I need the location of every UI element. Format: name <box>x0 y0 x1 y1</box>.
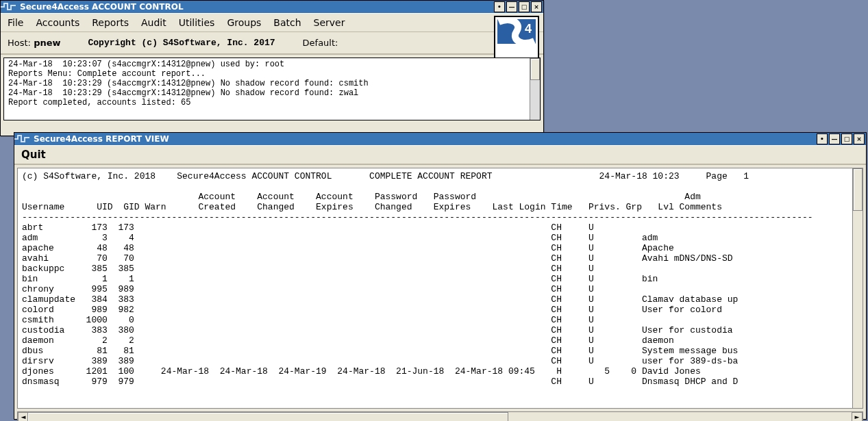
menu-accounts[interactable]: Accounts <box>36 17 79 28</box>
close-window-button[interactable]: × <box>854 133 865 144</box>
titlebar-decor-icon <box>1 1 16 13</box>
dot-window-button[interactable]: • <box>494 1 505 12</box>
hscroll-right-arrow-icon[interactable]: ► <box>852 412 863 421</box>
menu-server[interactable]: Server <box>314 17 345 28</box>
log-content: 24-Mar-18 10:23:07 (s4accmgrX:14312@pnew… <box>8 60 369 107</box>
maximize-window-button[interactable]: □ <box>519 1 530 12</box>
minimize-window-button[interactable]: — <box>829 133 840 144</box>
menu-audit[interactable]: Audit <box>141 17 166 28</box>
log-pane: 24-Mar-18 10:23:07 (s4accmgrX:14312@pnew… <box>3 58 541 120</box>
report-window-title: Secure4Access REPORT VIEW <box>29 134 169 144</box>
report-hscroll-thumb[interactable] <box>27 412 508 421</box>
titlebar-decor-icon <box>14 133 29 145</box>
default-label: Default: <box>303 38 338 48</box>
main-window-title: Secure4Access ACCOUNT CONTROL <box>16 2 184 12</box>
menu-reports[interactable]: Reports <box>92 17 129 28</box>
report-vscroll-thumb[interactable] <box>853 168 863 211</box>
main-window: Secure4Access ACCOUNT CONTROL • — □ × Fi… <box>0 0 544 136</box>
report-hscroll[interactable]: ◄ ► <box>17 411 863 421</box>
main-titlebar[interactable]: Secure4Access ACCOUNT CONTROL • — □ × <box>1 1 543 13</box>
report-titlebar[interactable]: Secure4Access REPORT VIEW • — □ × <box>14 133 866 145</box>
s4-logo-icon: 4 <box>494 16 539 61</box>
copyright: Copyright (c) S4Software, Inc. 2017 <box>88 38 275 48</box>
dot-window-button[interactable]: • <box>817 133 828 144</box>
log-vscroll-thumb[interactable] <box>530 58 540 80</box>
log-vscroll[interactable] <box>530 58 540 120</box>
host-value: pnew <box>34 38 60 48</box>
report-vscroll[interactable] <box>852 168 863 408</box>
menubar: File Accounts Reports Audit Utilities Gr… <box>1 13 543 32</box>
svg-text:4: 4 <box>525 22 532 36</box>
menu-batch[interactable]: Batch <box>273 17 301 28</box>
menu-utilities[interactable]: Utilities <box>179 17 215 28</box>
report-window: Secure4Access REPORT VIEW • — □ × Quit (… <box>14 132 867 420</box>
menu-groups[interactable]: Groups <box>227 17 261 28</box>
host-label: Host: <box>8 38 31 48</box>
quit-button[interactable]: Quit <box>21 149 46 161</box>
maximize-window-button[interactable]: □ <box>841 133 852 144</box>
report-pane: (c) S4Software, Inc. 2018 Secure4Access … <box>17 168 863 409</box>
menu-file[interactable]: File <box>8 17 23 28</box>
minimize-window-button[interactable]: — <box>506 1 517 12</box>
close-window-button[interactable]: × <box>531 1 542 12</box>
info-line: Host: pnew Copyright (c) S4Software, Inc… <box>1 32 543 55</box>
report-content: (c) S4Software, Inc. 2018 Secure4Access … <box>22 171 813 387</box>
